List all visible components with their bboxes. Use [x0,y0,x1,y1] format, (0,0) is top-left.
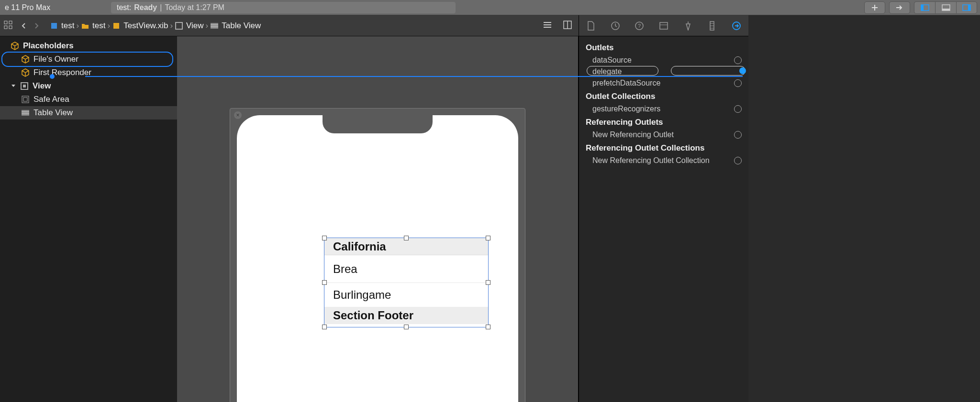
right-panel-toggle[interactable] [956,1,977,14]
outlet-label: New Referencing Outlet Collection [592,156,710,165]
status-pill: test: Ready | Today at 1:27 PM [111,2,456,13]
outline-table-view[interactable]: Table View [0,106,177,120]
outline-label: View [33,81,51,91]
connection-well-icon[interactable] [734,131,742,139]
breadcrumb-label: Table View [222,21,261,31]
resize-handle[interactable] [322,280,327,285]
outline-placeholders-group[interactable]: Placeholders [0,39,177,53]
inspector-panel: ? Outlets dataSource delegate prefetchDa… [579,15,748,402]
breadcrumb-item-folder[interactable]: test [81,21,105,31]
folder-icon [81,22,89,30]
view-icon [175,22,183,30]
file-inspector-tab[interactable] [585,20,597,32]
connection-well-icon[interactable] [734,79,742,87]
tableview-icon [210,22,219,30]
outline-label: Placeholders [23,41,74,51]
table-view-selection[interactable]: California Brea Burlingame Section Foote… [324,238,489,327]
panel-toggle-segment [914,1,977,14]
outline-view-group[interactable]: View [0,79,177,93]
chevron-right-icon: › [170,21,173,31]
help-inspector-tab[interactable]: ? [634,20,645,32]
table-section-footer[interactable]: Section Footer [324,307,488,324]
breadcrumb-item-project[interactable]: test [50,21,74,31]
connection-well-icon[interactable] [734,157,742,164]
svg-rect-7 [9,21,12,24]
outline-label: Table View [33,108,73,118]
cube-icon [21,68,30,77]
top-toolbar: e 11 Pro Max test: Ready | Today at 1:27… [0,0,980,15]
svg-rect-25 [660,22,668,29]
table-cell[interactable]: Brea [324,255,488,283]
close-scene-button[interactable]: × [234,111,242,119]
breadcrumb-item-xib[interactable]: TestView.xib [112,21,168,31]
identity-inspector-tab[interactable] [658,20,669,32]
outlet-label: gestureRecognizers [592,105,660,113]
connection-well-icon[interactable] [734,56,742,64]
connection-drag-origin-icon [50,74,55,79]
resize-handle[interactable] [322,236,327,240]
svg-rect-12 [211,23,218,29]
resize-handle[interactable] [486,280,490,285]
xib-file-icon [112,22,121,30]
outlet-row-new-ref[interactable]: New Referencing Outlet [579,129,748,141]
status-prefix: test: [117,3,131,12]
history-inspector-tab[interactable] [610,20,621,32]
outlet-row-new-ref-coll[interactable]: New Referencing Outlet Collection [579,155,748,166]
breadcrumb-label: test [61,21,74,31]
svg-rect-11 [113,23,119,29]
status-state: Ready [134,3,157,12]
connections-inspector-tab[interactable] [731,20,742,32]
svg-rect-1 [921,5,924,11]
interface-builder-canvas[interactable]: × California Br [177,36,579,402]
outlet-row-prefetch[interactable]: prefetchDataSource [579,77,748,89]
table-cell[interactable]: Burlingame [324,283,488,307]
nav-back-button[interactable] [18,20,30,32]
svg-text:?: ? [638,23,641,29]
svg-rect-17 [22,96,29,103]
adjust-editor-icon[interactable] [542,20,553,32]
resize-handle[interactable] [322,325,327,329]
resize-handle[interactable] [404,236,409,240]
library-add-button[interactable] [864,1,885,14]
connection-endpoint-icon [739,67,746,74]
svg-rect-10 [51,23,57,29]
resize-handle[interactable] [486,236,490,240]
document-outline: Placeholders File's Owner First Responde… [0,36,177,402]
outlets-section-title: Outlets [579,40,748,54]
device-frame: × California Br [230,108,525,402]
outlet-label: dataSource [592,56,632,65]
ref-outlet-coll-section-title: Referencing Outlet Collections [579,141,748,155]
outlet-row-datasource[interactable]: dataSource [579,54,748,66]
device-notch [323,114,433,133]
attributes-inspector-tab[interactable] [682,20,694,32]
outline-first-responder[interactable]: First Responder [0,66,177,79]
resize-handle[interactable] [404,325,409,329]
chevron-right-icon: › [107,21,110,31]
left-panel-toggle[interactable] [914,1,935,14]
outlet-row-gesture[interactable]: gestureRecognizers [579,103,748,115]
chevron-right-icon: › [76,21,79,31]
outlet-label: prefetchDataSource [592,79,660,87]
device-label[interactable]: e 11 Pro Max [0,3,55,12]
bottom-panel-toggle[interactable] [935,1,956,14]
table-section-header[interactable]: California [324,238,488,255]
related-items-icon[interactable] [4,21,12,31]
breadcrumb-item-tableview[interactable]: Table View [210,21,261,31]
svg-rect-9 [9,26,12,29]
connection-drag-line [85,76,743,77]
connection-well-icon[interactable] [734,105,742,113]
status-time: Today at 1:27 PM [165,3,224,12]
outline-safe-area[interactable]: Safe Area [0,93,177,106]
resize-handle[interactable] [486,325,490,329]
svg-rect-8 [4,26,7,29]
outline-files-owner[interactable]: File's Owner [0,53,177,66]
svg-rect-19 [22,110,29,116]
disclosure-triangle-icon[interactable] [11,83,16,89]
code-review-button[interactable] [889,1,910,14]
size-inspector-tab[interactable] [706,20,718,32]
cube-icon [11,42,19,50]
add-editor-icon[interactable] [562,20,573,32]
svg-rect-3 [942,9,950,11]
breadcrumb-item-view[interactable]: View [175,21,204,31]
nav-forward-button[interactable] [31,20,42,32]
